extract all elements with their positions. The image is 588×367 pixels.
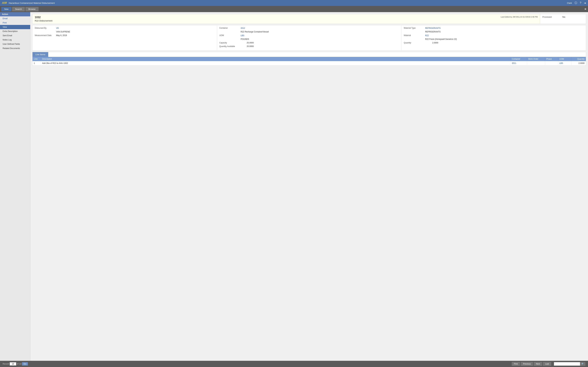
line-items-tab[interactable]: Line Items [33,52,48,57]
material-type-row: Material Type REFRIGERANTS REFRIGERANTS [404,27,584,33]
sidebar-item-extra-description[interactable]: Extra Description [0,29,30,33]
nav-bar: New Search Browse ★ [0,6,588,12]
disbursed-by-code[interactable]: VD [56,27,59,29]
material-type-description: REFRIGERANTS [425,31,441,33]
info-col-middle: Container 2012 R22 Recharge Container/Ve… [217,25,402,50]
line-items-table: Line Description Container Work Order Ph… [33,57,586,66]
last-edited-text: Last Edited by JIM WILLIS On 5/9/19 2:40… [501,16,538,18]
info-col-left: Disbursed By VD VAN DUFRENE Measurement … [33,25,217,50]
record-header: 1032 R22 Disbursement Last Edited by JIM… [32,14,540,24]
material-row: Material R22 R22 Freon (Honeywell Genetr… [404,34,584,40]
sidebar-item-related-documents[interactable]: Related Documents [0,46,30,50]
quantity-available-label: Quantity Available [219,45,241,48]
new-button[interactable]: New [1,7,11,11]
processed-value: Yes [562,16,565,22]
sidebar-item-email[interactable]: Email [0,17,30,21]
top-section: 1032 R22 Disbursement Last Edited by JIM… [32,14,586,24]
col-header-work-order: Work Order [527,57,545,61]
last-button[interactable]: Last [543,362,551,366]
total-records: 14 [19,363,21,365]
col-header-container: Container [510,57,527,61]
container-code[interactable]: 2012 [241,27,245,29]
sidebar-item-user-defined-fields[interactable]: User Defined Fields [0,42,30,46]
col-header-phase: Phase [545,57,558,61]
user-name: Clark [567,2,572,4]
processed-label: Processed [542,16,562,22]
record-number-input[interactable] [10,362,16,366]
top-bar-right: Clark ⓘ ? ➔ [567,1,586,5]
uom-description: POUNDS [241,38,249,40]
sidebar-item-print[interactable]: Print [0,21,30,25]
uom-code[interactable]: LBS [241,34,244,37]
row-phase [545,61,558,66]
previous-button[interactable]: Previous [521,362,533,366]
disbursed-by-name: VAN DUFRENE [56,31,70,33]
app-title: Hazardous Containerized Material Disburs… [9,2,567,4]
quantity-label: Quantity [404,42,425,44]
search-button[interactable]: Search [12,7,25,11]
material-type-code[interactable]: REFRIGERANTS [425,27,441,29]
capacity-label: Capacity [219,42,241,44]
measurement-date-label: Measurement Date [35,34,56,37]
processed-panel: Processed Yes [540,14,586,24]
row-container[interactable]: 2011 [510,61,527,66]
disbursed-by-row: Disbursed By VD VAN DUFRENE [35,27,215,33]
measurement-date-value: May 6, 2019 [56,34,67,37]
uom-row: UOM LBS POUNDS [219,34,399,40]
container-description: R22 Recharge Container/Vessel [241,31,269,33]
quantity-row: Quantity 2.0000 [404,42,584,44]
top-bar: AiM Hazardous Containerized Material Dis… [0,0,588,6]
row-uom[interactable]: LBS [558,61,571,66]
go-button[interactable]: Go [22,362,28,366]
quantity-available-row: Quantity Available 20.0000 [219,45,399,48]
main-layout: Action Email Print View Extra Descriptio… [0,12,588,361]
info-col-right: Material Type REFRIGERANTS REFRIGERANTS … [401,25,586,50]
col-header-description: Description [41,57,510,61]
uom-label: UOM [219,34,241,40]
capacity-row: Capacity 25.0000 [219,42,399,44]
material-description: R22 Freon (Honeywell Genetron 22) [425,38,457,40]
record-id: 1032 [35,16,52,19]
material-type-label: Material Type [404,27,425,33]
browse-button[interactable]: Browse [26,7,38,11]
pagination-controls: First Previous Next Last [512,362,551,366]
bottom-search: 🔍 [554,362,585,366]
row-quantity: 2.0000 [571,61,586,66]
measurement-date-row: Measurement Date May 6, 2019 [35,34,215,37]
app-logo: AiM [2,1,7,4]
table-row: 1 Add 2lbs of R22 to AHU-1002 2011 LBS 2… [33,61,586,66]
material-label: Material [404,34,425,40]
info-grid: Disbursed By VD VAN DUFRENE Measurement … [32,25,586,51]
sidebar-item-sent-email[interactable]: Sent Email [0,33,30,38]
sidebar-item-view[interactable]: View [0,25,30,29]
favorite-icon[interactable]: ★ [584,7,587,11]
col-header-quantity: Quantity [571,57,586,61]
bottom-search-input[interactable] [554,362,580,366]
capacity-value: 25.0000 [241,42,254,44]
material-code[interactable]: R22 [425,34,429,37]
record-navigation: Record of 14 Go [3,362,28,366]
container-label: Container [219,27,241,33]
disbursed-by-label: Disbursed By [35,27,56,33]
record-description: R22 Disbursement [35,19,52,22]
of-label: of [17,363,18,365]
quantity-value: 2.0000 [425,42,438,44]
col-header-uom: UOM [558,57,571,61]
help-icon[interactable]: ? [580,1,581,4]
container-row: Container 2012 R22 Recharge Container/Ve… [219,27,399,33]
sidebar-item-notes-log[interactable]: Notes Log [0,38,30,42]
row-work-order [527,61,545,66]
bottom-search-button[interactable]: 🔍 [580,362,585,366]
line-items-section: Line Items Line Description Container Wo… [32,52,586,66]
quantity-available-value: 20.0000 [241,45,254,48]
next-button[interactable]: Next [534,362,542,366]
info-icon[interactable]: ⓘ [575,1,577,5]
first-button[interactable]: First [512,362,520,366]
row-line: 1 [33,61,41,66]
col-header-line: Line [33,57,41,61]
record-label: Record [3,363,9,365]
content-area: 1032 R22 Disbursement Last Edited by JIM… [30,12,588,361]
logout-icon[interactable]: ➔ [584,1,586,5]
bottom-bar: Record of 14 Go First Previous Next Last… [0,361,588,367]
row-description: Add 2lbs of R22 to AHU-1002 [41,61,510,66]
